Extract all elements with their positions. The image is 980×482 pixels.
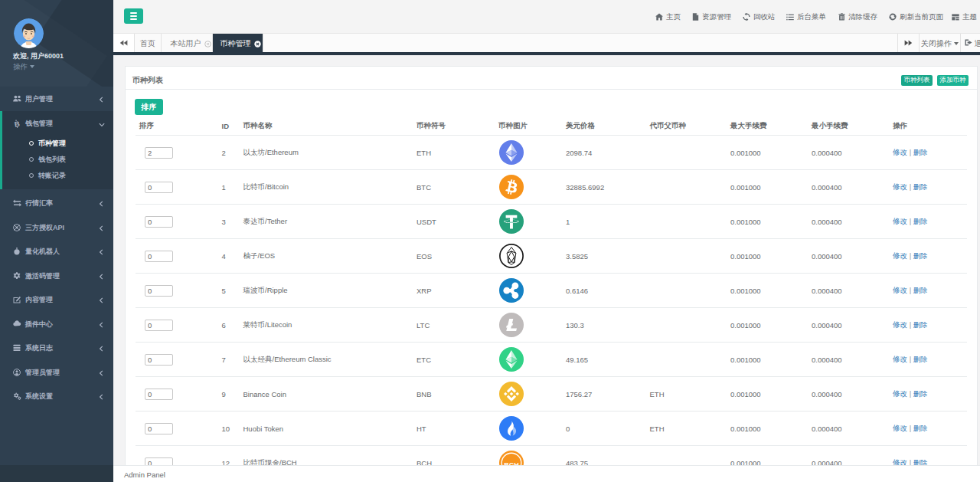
svg-text:B: B xyxy=(14,119,21,128)
